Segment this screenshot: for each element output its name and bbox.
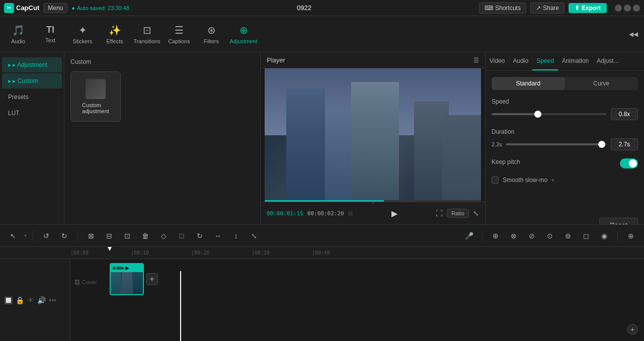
- duration-start: 2.2s: [492, 141, 502, 147]
- export-button[interactable]: ⬆ Export: [569, 3, 607, 13]
- track-audio-icon[interactable]: 🔊: [37, 296, 46, 304]
- building-3: [351, 82, 399, 202]
- maximize-button[interactable]: [624, 5, 631, 12]
- sidebar-item-lut[interactable]: LUT: [2, 106, 62, 121]
- redo-button[interactable]: ↻: [57, 229, 71, 243]
- timeline-sidebar: 🔲 🔒 👁 🔊 •••: [0, 259, 70, 341]
- top-bar: ✂ CapCut Menu Auto saved: 23:30:48 0922 …: [0, 0, 644, 16]
- chain-tool[interactable]: ⊘: [525, 229, 539, 243]
- custom-card-label: Customadjustment: [82, 102, 109, 114]
- track-visibility-icon[interactable]: 👁: [27, 296, 34, 304]
- tab-animation[interactable]: Animation: [558, 52, 593, 70]
- tool-captions[interactable]: ☰ Captions: [163, 18, 195, 50]
- ruler-mark-0: |00:00: [70, 250, 89, 255]
- speed-label: Speed: [492, 98, 638, 105]
- video-frame: [265, 68, 481, 202]
- ratio-button[interactable]: Ratio: [447, 209, 469, 218]
- tool-audio-label: Audio: [11, 38, 25, 44]
- tool-audio[interactable]: 🎵 Audio: [2, 18, 34, 50]
- track-lock-icon2[interactable]: 🔒: [16, 296, 24, 304]
- smooth-slowmo-row: Smooth slow-mo ▾: [492, 177, 638, 184]
- duration-value-input[interactable]: 2.7s: [611, 138, 638, 150]
- crop-tool[interactable]: ⊡: [120, 229, 134, 243]
- keep-pitch-toggle[interactable]: [620, 158, 638, 168]
- add-clip-button[interactable]: +: [146, 273, 158, 285]
- select-dropdown[interactable]: ▾: [24, 233, 27, 238]
- custom-card-icon: [86, 79, 106, 99]
- split2-tool[interactable]: ⊗: [507, 229, 521, 243]
- flip-v-tool[interactable]: ↕: [229, 229, 243, 243]
- player-menu-icon[interactable]: ☰: [473, 57, 479, 64]
- play-button[interactable]: ▶: [387, 206, 401, 220]
- tab-speed[interactable]: Speed: [532, 52, 558, 70]
- timeline: |00:00 |00:10 |00:20 |00:30 |00:40 🔲 🔒 👁…: [0, 246, 644, 341]
- effects-icon: ✨: [109, 24, 121, 36]
- sidebar-item-adjustment[interactable]: ▸ Adjustment: [2, 57, 62, 72]
- speed-slider-thumb[interactable]: [534, 111, 541, 118]
- copy-tool[interactable]: ⊛: [561, 229, 575, 243]
- duration-slider-track[interactable]: [506, 143, 607, 145]
- speed-mode-curve[interactable]: Curve: [565, 77, 638, 90]
- track-lock-icon[interactable]: 🔲: [4, 296, 13, 304]
- close-button[interactable]: [633, 5, 640, 12]
- app-logo: ✂ CapCut: [4, 3, 39, 13]
- delete-tool[interactable]: 🗑: [138, 229, 152, 243]
- select-tool[interactable]: ↖: [6, 229, 20, 243]
- split-tool[interactable]: ⊠: [84, 229, 98, 243]
- menu-button[interactable]: Menu: [43, 3, 67, 13]
- keyboard-icon: ⌨: [485, 5, 493, 12]
- sidebar-item-custom[interactable]: ▸ Custom: [2, 73, 62, 89]
- content-section-label: Custom: [70, 58, 254, 65]
- resize-tool[interactable]: ◻: [579, 229, 593, 243]
- text-icon: TI: [46, 25, 54, 35]
- custom-adjustment-card[interactable]: Customadjustment: [70, 71, 121, 122]
- magnet-tool[interactable]: ⊙: [543, 229, 557, 243]
- tool-filters[interactable]: ⊛ Filters: [195, 18, 227, 50]
- tool-adjustment[interactable]: ⊕ Adjustment: [227, 18, 260, 50]
- fullscreen-icon[interactable]: ⤡: [473, 209, 479, 217]
- minimize-button[interactable]: [615, 5, 622, 12]
- tool-stickers[interactable]: ✦ Stickers: [66, 18, 99, 50]
- add-track-button[interactable]: +: [627, 324, 638, 335]
- share-icon: ↗: [536, 5, 541, 12]
- tool-text[interactable]: TI Text: [34, 18, 66, 50]
- trim-tool[interactable]: ⊟: [102, 229, 116, 243]
- sidebar-item-presets[interactable]: Presets: [2, 90, 62, 105]
- share-label: Share: [543, 5, 559, 12]
- clip-thumb-seg-2: [122, 272, 132, 294]
- filters-icon: ⊛: [207, 24, 216, 36]
- fullscreen-half-icon[interactable]: ⛶: [436, 209, 443, 217]
- bottom-controls: ↖ ▾ ↺ ↻ ⊠ ⊟ ⊡ 🗑 ◇ □ ↻ ↔ ↕ ⤡ 🎤 ⊕ ⊗ ⊘ ⊙ ⊛ …: [0, 224, 644, 246]
- smooth-slowmo-checkbox[interactable]: [492, 177, 499, 184]
- rotate-tool[interactable]: ↻: [193, 229, 207, 243]
- color-tool[interactable]: ◉: [597, 229, 611, 243]
- share-button[interactable]: ↗ Share: [530, 3, 565, 14]
- speed-mode-standard[interactable]: Standard: [492, 77, 565, 90]
- cover-label: Cover: [82, 279, 97, 285]
- scale-tool[interactable]: ⤡: [247, 229, 261, 243]
- reset-button[interactable]: Reset: [599, 218, 638, 224]
- tab-audio[interactable]: Audio: [509, 52, 532, 70]
- tab-video[interactable]: Video: [486, 52, 509, 70]
- tab-adjust[interactable]: Adjust...: [593, 52, 622, 70]
- flip-h-tool[interactable]: ↔: [211, 229, 225, 243]
- mic-icon[interactable]: 🎤: [462, 229, 476, 243]
- undo-button[interactable]: ↺: [39, 229, 53, 243]
- keep-pitch-row: Keep pitch: [492, 158, 638, 168]
- zoom-in-timeline[interactable]: ⊕: [624, 229, 638, 243]
- tool-effects[interactable]: ✨ Effects: [99, 18, 131, 50]
- keyframe-tool[interactable]: ◇: [156, 229, 171, 243]
- speed-value-input[interactable]: 0.8x: [611, 108, 638, 120]
- link-tool[interactable]: ⊕: [489, 229, 503, 243]
- toolbar-collapse-button[interactable]: ◀◀: [625, 29, 642, 40]
- shortcuts-button[interactable]: ⌨ Shortcuts: [479, 3, 526, 14]
- track-more-icon[interactable]: •••: [49, 296, 56, 304]
- freeze-tool[interactable]: □: [175, 229, 189, 243]
- video-clip[interactable]: 0.80x ▶: [110, 263, 144, 295]
- speed-slider-track[interactable]: [492, 113, 607, 115]
- duration-slider-thumb[interactable]: [598, 141, 605, 148]
- scroll-indicator: ▼: [371, 200, 375, 205]
- tool-transitions[interactable]: ⊡ Transitions: [131, 18, 163, 50]
- clip-thumb-seg-1: [111, 272, 121, 294]
- cover-icon: 🖼: [74, 279, 80, 285]
